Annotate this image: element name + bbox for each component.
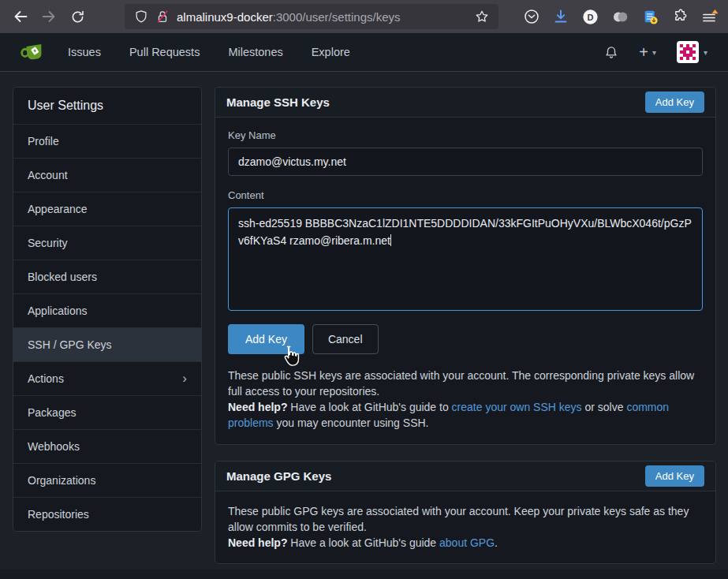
sidebar-item-label: Profile [28,135,59,148]
url-host: almalinux9-docker [177,10,273,24]
help-text: you may encounter using SSH. [274,417,429,429]
help-text: or solve [582,401,627,413]
gpg-keys-panel: Manage GPG Keys Add Key These public GPG… [215,461,716,564]
sidebar-item-label: Applications [28,304,88,317]
sidebar-item-actions[interactable]: Actions› [13,362,201,396]
pocket-button[interactable] [524,9,539,24]
ssh-form-buttons: Add Key Cancel [228,324,703,354]
create-new-dropdown[interactable]: + ▾ [639,44,656,60]
settings-main: Manage SSH Keys Add Key Key Name Content… [215,87,716,564]
footer [0,570,728,579]
app-menu-button[interactable] [701,9,719,25]
ssh-panel-body: Key Name Content ssh-ed25519 BBBBC3NzaC1… [215,118,715,444]
containers-icon [612,9,629,25]
url-path: :3000/user/settings/keys [273,10,401,24]
duckduckgo-extension-button[interactable]: D [582,9,599,25]
containers-extension-button[interactable] [612,9,629,25]
reload-icon [70,9,85,24]
sidebar-item-label: Blocked users [28,271,97,283]
gpg-panel-header: Manage GPG Keys Add Key [215,461,715,491]
sidebar-item-repositories[interactable]: Repositories [13,498,201,531]
user-menu-dropdown[interactable]: ▾ [677,41,707,63]
help-text: Have a look at GitHub's guide [287,536,439,549]
gitea-navbar: Issues Pull Requests Milestones Explore … [0,33,728,72]
content-textarea[interactable]: ssh-ed25519 BBBBC3NzaC1lZDI1NTE5DDDDIDAN… [228,207,703,311]
svg-text:D: D [588,12,594,21]
sidebar-item-label: Security [28,237,68,249]
help-text: Have a look at GitHub's guide to [287,401,451,413]
forward-icon [41,9,57,24]
insecure-lock-icon[interactable] [155,9,170,24]
sidebar-item-label: Account [28,169,68,181]
bookmark-star-button[interactable] [475,9,489,24]
cancel-button[interactable]: Cancel [312,324,379,354]
help-text: . [495,536,498,549]
translate-extension-button[interactable] [642,9,659,25]
url-text[interactable]: almalinux9-docker:3000/user/settings/key… [177,10,401,24]
download-icon [553,9,569,24]
gpg-description: These public GPG keys are associated wit… [228,505,689,533]
forward-button[interactable] [36,4,62,29]
ssh-keys-panel: Manage SSH Keys Add Key Key Name Content… [215,87,716,445]
sidebar-item-blocked-users[interactable]: Blocked users [13,260,201,294]
sidebar-item-ssh-gpg-keys[interactable]: SSH / GPG Keys [13,328,201,362]
ssh-panel-header: Manage SSH Keys Add Key [215,88,715,118]
nav-link-pull-requests[interactable]: Pull Requests [129,46,200,58]
sidebar-title: User Settings [13,88,201,125]
downloads-button[interactable] [553,9,569,24]
sidebar-item-label: Organizations [28,474,95,487]
sidebar-item-organizations[interactable]: Organizations [13,464,201,498]
avatar [677,41,699,63]
sidebar-item-applications[interactable]: Applications [13,294,201,328]
gpg-panel-body: These public GPG keys are associated wit… [215,491,715,563]
sidebar-item-appearance[interactable]: Appearance [13,192,201,226]
add-key-submit-button[interactable]: Add Key [228,324,304,354]
sidebar-item-account[interactable]: Account [13,159,201,192]
sidebar-item-label: Packages [28,406,76,419]
ssh-guide-link[interactable]: create your own SSH keys [452,401,582,413]
extensions-button[interactable] [672,9,688,24]
settings-page: User Settings Profile Account Appearance… [0,72,728,564]
sidebar-item-webhooks[interactable]: Webhooks [13,430,201,464]
nav-link-issues[interactable]: Issues [68,46,101,58]
sidebar-item-label: Actions [28,372,64,385]
key-name-input[interactable] [228,148,703,176]
sidebar-item-packages[interactable]: Packages [13,396,201,430]
menu-hamburger-icon [701,9,719,25]
content-field: Content ssh-ed25519 BBBBC3NzaC1lZDI1NTE5… [228,189,703,311]
need-help-label: Need help? [228,536,287,549]
translate-doc-icon [642,9,659,25]
gpg-guide-link[interactable]: about GPG [439,536,495,549]
nav-link-explore[interactable]: Explore [312,46,350,58]
nav-link-milestones[interactable]: Milestones [228,46,282,58]
pocket-icon [524,9,539,24]
back-icon [13,9,28,24]
back-button[interactable] [8,4,33,29]
text-caret [390,234,391,246]
ssh-add-key-toggle-button[interactable]: Add Key [645,92,704,113]
sidebar-item-security[interactable]: Security [13,226,201,260]
need-help-label: Need help? [228,401,287,413]
sidebar-item-profile[interactable]: Profile [13,125,201,159]
toolbar-extension-area: D [524,9,719,25]
sidebar-item-label: Webhooks [28,440,80,453]
reload-button[interactable] [65,4,90,29]
content-label: Content [228,189,703,201]
extensions-puzzle-icon [672,9,688,24]
plus-icon: + [639,44,648,60]
sidebar-item-label: SSH / GPG Keys [28,338,112,351]
notifications-button[interactable] [604,45,618,60]
gpg-add-key-toggle-button[interactable]: Add Key [645,465,704,487]
ssh-help-text: These public SSH keys are associated wit… [228,368,703,431]
chevron-right-icon: › [182,374,187,383]
browser-toolbar: almalinux9-docker:3000/user/settings/key… [0,0,728,33]
url-bar[interactable]: almalinux9-docker:3000/user/settings/key… [125,4,498,29]
bell-icon [604,45,618,60]
gitea-logo-icon [21,39,46,65]
settings-sidebar: User Settings Profile Account Appearance… [13,87,202,532]
gitea-home-button[interactable] [21,39,46,65]
sidebar-item-label: Repositories [28,508,89,521]
gpg-help-text: These public GPG keys are associated wit… [228,503,703,551]
shield-icon[interactable] [134,9,148,24]
key-name-field: Key Name [228,129,703,176]
